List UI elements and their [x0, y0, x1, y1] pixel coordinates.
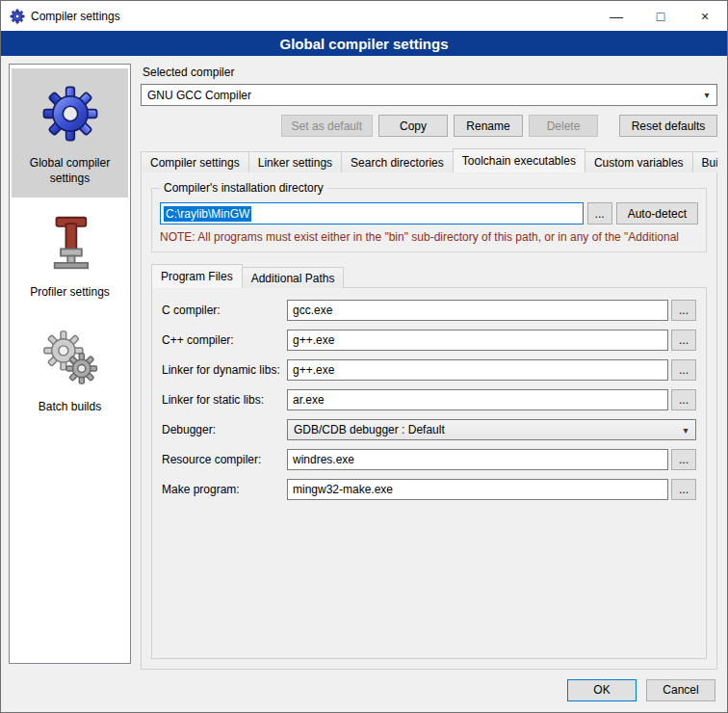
installation-directory-selected-text: C:\raylib\MinGW	[164, 206, 251, 222]
rename-button[interactable]: Rename	[454, 115, 523, 137]
close-button[interactable]: ×	[683, 1, 727, 31]
c-compiler-input[interactable]: gcc.exe	[287, 300, 668, 321]
bin-subdirectory-note: NOTE: All programs must exist either in …	[160, 230, 698, 244]
debugger-label: Debugger:	[162, 423, 287, 436]
make-program-label: Make program:	[162, 483, 287, 496]
blue-gear-icon	[39, 76, 102, 151]
window-controls: — □ ×	[594, 1, 727, 31]
titlebar[interactable]: Compiler settings — □ ×	[1, 1, 727, 31]
c-compiler-browse-button[interactable]: ...	[671, 300, 696, 321]
batch-builds-gears-icon	[41, 320, 99, 395]
maximize-button[interactable]: □	[638, 1, 683, 31]
installation-directory-row: C:\raylib\MinGW ... Auto-detect	[160, 202, 698, 224]
make-program-input[interactable]: mingw32-make.exe	[287, 479, 668, 500]
compiler-settings-window: Compiler settings — □ × Global compiler …	[0, 0, 728, 713]
main-panel: Selected compiler GNU GCC Compiler ▾ Set…	[141, 64, 717, 670]
window-title: Compiler settings	[31, 10, 594, 23]
linker-dynamic-input[interactable]: g++.exe	[287, 359, 668, 381]
linker-static-browse-button[interactable]: ...	[671, 389, 696, 410]
tab-toolchain-executables[interactable]: Toolchain executables	[453, 148, 585, 172]
dialog-header-title: Global compiler settings	[1, 31, 727, 56]
resource-compiler-row: Resource compiler: windres.exe ...	[162, 449, 696, 470]
sidebar-item-label: Batch builds	[39, 400, 101, 415]
minimize-button[interactable]: —	[594, 1, 638, 31]
linker-static-input[interactable]: ar.exe	[287, 389, 668, 410]
installation-directory-group-label: Compiler's installation directory	[160, 181, 327, 195]
settings-tab-strip: Compiler settings Linker settings Search…	[141, 148, 717, 172]
reset-defaults-button[interactable]: Reset defaults	[619, 115, 717, 137]
linker-static-label: Linker for static libs:	[162, 393, 287, 407]
debugger-row: Debugger: GDB/CDB debugger : Default ▾	[162, 419, 696, 440]
selected-compiler-label: Selected compiler	[143, 66, 717, 79]
installation-directory-input[interactable]: C:\raylib\MinGW	[160, 202, 584, 224]
app-gear-icon	[10, 9, 25, 24]
resource-compiler-input[interactable]: windres.exe	[287, 449, 668, 470]
tab-search-directories[interactable]: Search directories	[341, 151, 454, 172]
tab-program-files[interactable]: Program Files	[151, 264, 243, 288]
make-program-value: mingw32-make.exe	[293, 483, 393, 496]
dropdown-arrow-icon: ▾	[697, 90, 716, 100]
sidebar-item-label: Global compiler settings	[13, 156, 126, 186]
tab-compiler-settings[interactable]: Compiler settings	[141, 151, 249, 172]
copy-button[interactable]: Copy	[378, 115, 448, 137]
cpp-compiler-row: C++ compiler: g++.exe ...	[162, 330, 696, 351]
c-compiler-value: gcc.exe	[293, 304, 332, 317]
linker-dynamic-value: g++.exe	[293, 363, 334, 377]
tab-linker-settings[interactable]: Linker settings	[248, 151, 342, 172]
sidebar-item-label: Profiler settings	[30, 285, 110, 301]
sidebar-item-batch-builds[interactable]: Batch builds	[12, 312, 128, 427]
tab-additional-paths[interactable]: Additional Paths	[242, 267, 345, 288]
installation-directory-browse-button[interactable]: ...	[587, 202, 612, 224]
dropdown-arrow-icon: ▾	[676, 425, 695, 436]
linker-static-value: ar.exe	[293, 393, 325, 407]
linker-dynamic-row: Linker for dynamic libs: g++.exe ...	[162, 359, 696, 381]
ok-button[interactable]: OK	[567, 679, 637, 701]
selected-compiler-value: GNU GCC Compiler	[147, 89, 251, 102]
resource-compiler-browse-button[interactable]: ...	[671, 449, 696, 470]
c-compiler-row: C compiler: gcc.exe ...	[162, 300, 696, 321]
compiler-actions-row: Set as default Copy Rename Delete Reset …	[141, 115, 717, 137]
dialog-body: Global compiler settings	[1, 56, 727, 673]
sidebar-item-profiler-settings[interactable]: Profiler settings	[12, 198, 128, 312]
cpp-compiler-browse-button[interactable]: ...	[671, 330, 696, 351]
tab-build-options[interactable]: Buil	[692, 151, 717, 172]
linker-dynamic-browse-button[interactable]: ...	[671, 359, 696, 381]
make-program-browse-button[interactable]: ...	[671, 479, 696, 500]
resource-compiler-value: windres.exe	[293, 453, 354, 466]
linker-dynamic-label: Linker for dynamic libs:	[162, 363, 287, 377]
cancel-button[interactable]: Cancel	[646, 679, 715, 701]
linker-static-row: Linker for static libs: ar.exe ...	[162, 389, 696, 410]
cpp-compiler-input[interactable]: g++.exe	[287, 330, 668, 351]
program-files-tab-strip: Program Files Additional Paths	[151, 264, 707, 288]
auto-detect-button[interactable]: Auto-detect	[616, 202, 698, 224]
debugger-value: GDB/CDB debugger : Default	[294, 423, 445, 436]
cpp-compiler-label: C++ compiler:	[162, 333, 287, 347]
tab-custom-variables[interactable]: Custom variables	[585, 151, 693, 172]
profiler-tool-icon	[42, 205, 98, 280]
c-compiler-label: C compiler:	[162, 304, 287, 317]
resource-compiler-label: Resource compiler:	[162, 453, 287, 466]
selected-compiler-dropdown[interactable]: GNU GCC Compiler ▾	[141, 84, 717, 106]
dialog-footer: OK Cancel	[1, 673, 727, 712]
debugger-dropdown[interactable]: GDB/CDB debugger : Default ▾	[287, 419, 696, 440]
program-files-panel: C compiler: gcc.exe ... C++ compiler: g+…	[151, 287, 707, 659]
delete-button[interactable]: Delete	[529, 115, 598, 137]
settings-category-sidebar: Global compiler settings	[9, 64, 131, 664]
cpp-compiler-value: g++.exe	[293, 333, 334, 347]
set-as-default-button[interactable]: Set as default	[281, 115, 373, 137]
installation-directory-groupbox: Compiler's installation directory C:\ray…	[151, 188, 707, 252]
sidebar-item-global-compiler-settings[interactable]: Global compiler settings	[12, 68, 128, 198]
make-program-row: Make program: mingw32-make.exe ...	[162, 479, 696, 500]
toolchain-executables-panel: Compiler's installation directory C:\ray…	[141, 172, 717, 670]
